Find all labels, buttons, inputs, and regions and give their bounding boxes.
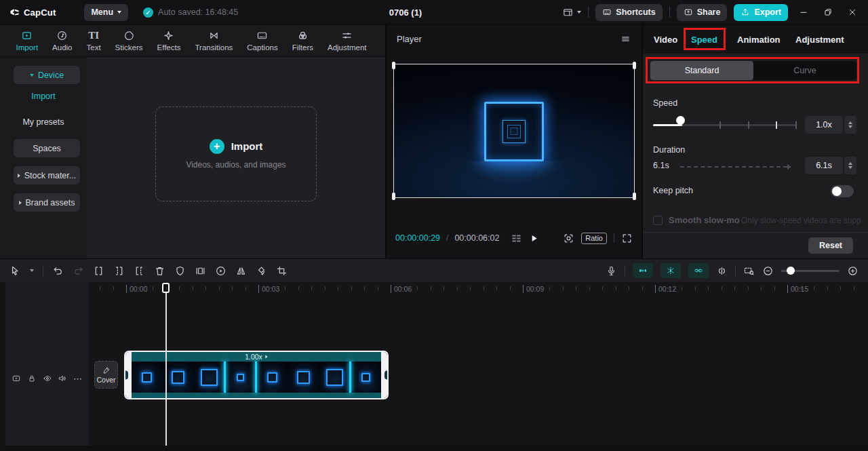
crop-button[interactable] [276, 265, 288, 277]
trim-handle-right[interactable] [381, 352, 387, 398]
fullscreen-button[interactable] [621, 233, 633, 244]
tab-speed[interactable]: Speed [691, 35, 717, 45]
tab-adjustment-inspector[interactable]: Adjustment [795, 35, 844, 45]
timeline[interactable]: 00:0000:0300:0600:0900:1200:15 ⋯ Cover 1… [0, 282, 868, 451]
tab-import[interactable]: Import [9, 30, 45, 52]
preview-quality-button[interactable] [563, 233, 574, 244]
selection-handle[interactable] [633, 193, 636, 200]
reset-button[interactable]: Reset [808, 237, 853, 254]
timeline-settings-button[interactable] [743, 265, 755, 277]
expand-icon [621, 233, 633, 244]
segment-standard[interactable]: Standard [650, 61, 753, 80]
tab-filters[interactable]: Filters [285, 30, 320, 52]
sidebar-item-import[interactable]: Import [0, 92, 87, 101]
segment-curve[interactable]: Curve [753, 61, 856, 80]
sidebar-item-brand-assets[interactable]: Brand assets [14, 193, 80, 212]
rotate-button[interactable] [256, 265, 267, 277]
duration-stepper[interactable] [844, 157, 856, 174]
keep-pitch-toggle[interactable] [831, 185, 854, 197]
minimize-button[interactable] [795, 3, 812, 21]
timeline-scroll-area[interactable] [5, 446, 868, 451]
show-clip-edges-button[interactable] [716, 265, 728, 277]
clip-filmstrip [131, 361, 382, 393]
sidebar-item-my-presets[interactable]: My presets [0, 117, 87, 127]
frame-view-button[interactable] [511, 233, 522, 244]
zoom-in-button[interactable] [847, 265, 859, 277]
player-menu-icon[interactable] [620, 33, 631, 45]
cover-button[interactable]: Cover [94, 361, 118, 389]
tab-effects[interactable]: Effects [150, 30, 188, 52]
speed-value-input[interactable]: 1.0x [805, 116, 843, 134]
sidebar-item-spaces[interactable]: Spaces [14, 139, 80, 157]
tab-text[interactable]: TI Text [79, 30, 108, 52]
step-up-icon[interactable] [848, 162, 852, 165]
layout-button[interactable] [562, 7, 581, 18]
transitions-icon [208, 30, 220, 41]
trim-handle-left[interactable] [125, 352, 132, 398]
delete-left-button[interactable] [113, 265, 125, 277]
speed-button[interactable] [215, 265, 226, 277]
zoom-out-button[interactable] [762, 265, 774, 277]
tab-stickers[interactable]: Stickers [108, 30, 150, 52]
step-down-icon[interactable] [848, 166, 852, 169]
lock-track-button[interactable] [27, 374, 37, 383]
timeline-zoom-slider[interactable] [781, 270, 840, 272]
mask-button[interactable] [174, 265, 186, 277]
video-clip[interactable]: 1.00x [124, 351, 389, 399]
auto-snap-toggle[interactable] [633, 263, 653, 278]
chevron-right-icon [265, 355, 267, 359]
freeze-frame-button[interactable] [195, 265, 206, 277]
delete-button[interactable] [154, 265, 165, 277]
main-track-magnet-toggle[interactable] [660, 263, 681, 278]
select-tool-button[interactable] [9, 265, 21, 277]
track-type-button[interactable] [12, 374, 21, 383]
tab-transitions[interactable]: Transitions [188, 30, 240, 52]
selection-handle[interactable] [633, 62, 636, 69]
track-more-button[interactable]: ⋯ [73, 374, 82, 384]
restore-button[interactable] [819, 3, 837, 21]
step-up-icon[interactable] [848, 121, 852, 124]
selection-handle[interactable] [392, 62, 395, 69]
timeline-ruler[interactable]: 00:0000:0300:0600:0900:1200:15 [88, 282, 868, 297]
dropzone-subtitle: Videos, audios, and images [186, 160, 285, 170]
play-button[interactable] [528, 233, 540, 244]
import-dropzone[interactable]: + Import Videos, audios, and images [155, 106, 317, 201]
clip-thumbnail [288, 361, 319, 393]
duration-value-input[interactable]: 6.1s [805, 157, 843, 174]
tab-captions[interactable]: Captions [240, 30, 285, 52]
speed-slider-thumb[interactable] [676, 116, 685, 125]
ruler-label: 00:09 [523, 285, 544, 293]
playhead[interactable] [162, 283, 170, 293]
split-button[interactable] [93, 265, 104, 277]
export-button[interactable]: Export [734, 4, 788, 21]
delete-right-button[interactable] [134, 265, 145, 277]
tab-adjustment[interactable]: Adjustment [321, 30, 374, 52]
close-icon [848, 7, 857, 17]
tab-animation[interactable]: Animation [737, 35, 781, 45]
record-voiceover-button[interactable] [606, 265, 617, 277]
speed-slider[interactable] [653, 124, 797, 126]
selection-handle[interactable] [392, 193, 395, 200]
sidebar-item-stock-materials[interactable]: Stock mater... [14, 166, 80, 184]
mirror-button[interactable] [235, 265, 247, 277]
tab-video[interactable]: Video [654, 35, 677, 45]
smooth-slowmo-checkbox[interactable] [653, 216, 663, 225]
ratio-button[interactable]: Ratio [581, 233, 607, 244]
chevron-down-icon[interactable] [30, 269, 34, 272]
share-button[interactable]: Share [677, 4, 728, 21]
sidebar-item-device[interactable]: Device [14, 66, 80, 84]
menu-button[interactable]: Menu [84, 4, 128, 21]
mute-track-button[interactable] [58, 374, 67, 383]
video-preview[interactable] [393, 64, 635, 198]
zoom-slider-thumb[interactable] [787, 267, 795, 275]
redo-button[interactable] [73, 265, 84, 277]
speed-stepper[interactable] [844, 116, 856, 134]
shortcuts-button[interactable]: Shortcuts [595, 4, 662, 21]
undo-button[interactable] [52, 265, 64, 277]
tab-audio[interactable]: Audio [45, 30, 79, 52]
close-button[interactable] [844, 3, 861, 21]
step-down-icon[interactable] [848, 125, 852, 128]
clip-speed-badge[interactable]: 1.00x [125, 352, 387, 361]
hide-track-button[interactable] [43, 374, 52, 383]
link-toggle[interactable] [688, 263, 709, 278]
